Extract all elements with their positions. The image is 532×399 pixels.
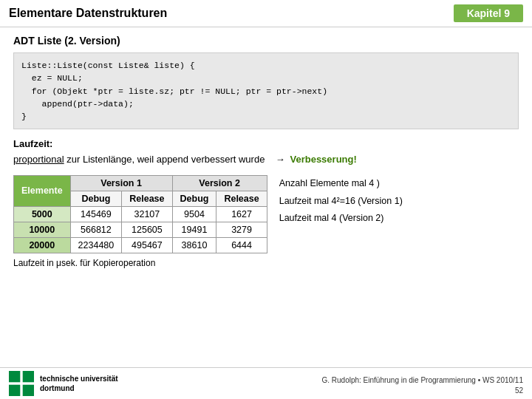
side-note-2: Laufzeit mal 4²=16 (Version 1) <box>279 193 403 211</box>
cell-v1-debug: 145469 <box>70 206 122 222</box>
side-note-1: Anzahl Elemente mal 4 ) <box>279 175 403 193</box>
section-subtitle: ADT Liste (2. Version) <box>13 35 519 47</box>
col-v1-release: Release <box>122 191 172 206</box>
version2-header: Version 2 <box>172 175 267 191</box>
laufzeit-label: Laufzeit: <box>13 138 52 149</box>
university-line1: technische universität <box>40 374 118 383</box>
footer-page: 52 <box>321 386 523 396</box>
col-v2-release: Release <box>216 191 267 206</box>
arrow-icon: → <box>276 152 285 168</box>
svg-rect-1 <box>9 371 20 382</box>
cell-v2-release: 6444 <box>216 237 267 253</box>
table-row: 20000 2234480 495467 38610 6444 <box>14 237 267 253</box>
tu-logo <box>9 371 34 396</box>
cell-element: 5000 <box>14 206 71 222</box>
laufzeit-text: zur Listenlänge, weil append verbessert … <box>66 154 273 165</box>
col-v1-debug: Debug <box>70 191 122 206</box>
footer-left: technische universität dortmund <box>9 371 118 396</box>
side-notes: Anzahl Elemente mal 4 ) Laufzeit mal 4²=… <box>279 175 403 228</box>
footer-right: G. Rudolph: Einführung in die Programmie… <box>321 375 523 396</box>
cell-v2-debug: 9504 <box>172 206 216 222</box>
cell-v2-release: 3279 <box>216 222 267 237</box>
cell-v1-debug: 2234480 <box>70 237 122 253</box>
cell-v2-debug: 19491 <box>172 222 216 237</box>
code-block: Liste::Liste(const Liste& liste) { ez = … <box>13 52 519 129</box>
page-title: Elementare Datenstrukturen <box>9 7 167 20</box>
cell-v1-release: 495467 <box>122 237 172 253</box>
cell-v1-release: 32107 <box>122 206 172 222</box>
cell-v1-debug: 566812 <box>70 222 122 237</box>
main-content: ADT Liste (2. Version) Liste::Liste(cons… <box>0 27 532 273</box>
side-note-3: Laufzeit mal 4 (Version 2) <box>279 210 403 228</box>
cell-v2-release: 1627 <box>216 206 267 222</box>
table-caption: Laufzeit in μsek. für Kopieroperation <box>13 258 519 268</box>
cell-v2-debug: 38610 <box>172 237 216 253</box>
table-row: 10000 566812 125605 19491 3279 <box>14 222 267 237</box>
footer-university: technische universität dortmund <box>40 374 118 393</box>
svg-rect-3 <box>9 385 20 396</box>
col-v2-debug: Debug <box>172 191 216 206</box>
cell-element: 20000 <box>14 237 71 253</box>
performance-table: Elemente Version 1 Version 2 Debug Relea… <box>13 175 267 253</box>
chapter-badge: Kapitel 9 <box>454 4 523 22</box>
col-header-elemente: Elemente <box>14 175 71 206</box>
improvement-text: Verbesserung! <box>290 154 356 165</box>
svg-rect-2 <box>23 371 34 382</box>
footer: technische universität dortmund G. Rudol… <box>0 367 532 399</box>
cell-element: 10000 <box>14 222 71 237</box>
cell-v1-release: 125605 <box>122 222 172 237</box>
table-row: 5000 145469 32107 9504 1627 <box>14 206 267 222</box>
table-header-row-1: Elemente Version 1 Version 2 <box>14 175 267 191</box>
university-line2: dortmund <box>40 383 118 393</box>
laufzeit-proportional: proportional <box>13 154 64 165</box>
svg-rect-4 <box>23 385 34 396</box>
laufzeit-section: Laufzeit: proportional zur Listenlänge, … <box>13 137 519 168</box>
table-area: Elemente Version 1 Version 2 Debug Relea… <box>13 175 519 253</box>
version1-header: Version 1 <box>70 175 172 191</box>
footer-credit: G. Rudolph: Einführung in die Programmie… <box>321 375 523 386</box>
header: Elementare Datenstrukturen Kapitel 9 <box>0 0 532 27</box>
